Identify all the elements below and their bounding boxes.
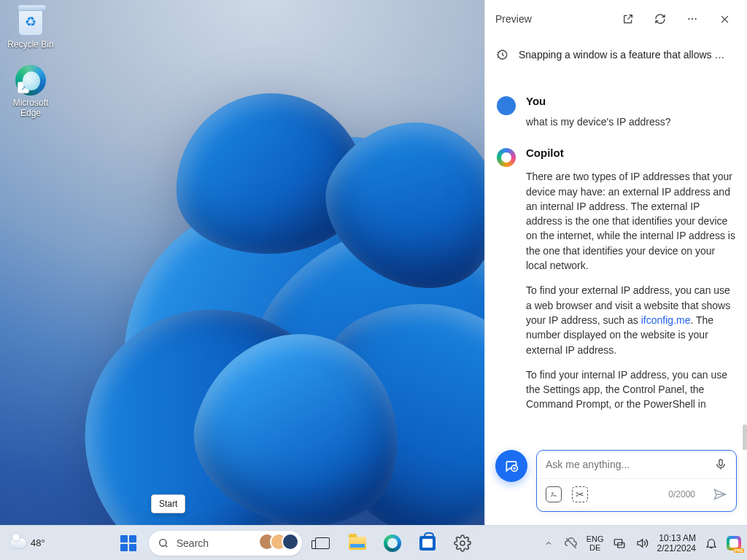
message-copilot: Copilot There are two types of IP addres… (497, 147, 735, 411)
mic-icon[interactable] (714, 458, 727, 471)
copilot-panel: Preview Snapping a window is a feature t… (484, 0, 747, 525)
weather-temp: 48° (31, 537, 45, 548)
edge-label: Microsoft Edge (4, 98, 57, 118)
recycle-bin-icon: ♻ (15, 6, 47, 38)
network-icon[interactable] (612, 537, 627, 550)
svg-point-7 (159, 539, 166, 545)
svg-rect-5 (719, 459, 723, 465)
screenshot-icon[interactable]: ✂ (572, 486, 588, 502)
user-message-text: what is my device's IP address? (526, 114, 735, 129)
taskbar-clock[interactable]: 10:13 AM 2/21/2024 (657, 533, 696, 553)
taskbar-search[interactable]: Search (149, 531, 302, 556)
svg-line-9 (566, 538, 576, 548)
svg-point-8 (460, 541, 465, 545)
new-topic-button[interactable] (495, 450, 527, 482)
recycle-bin-label: Recycle Bin (7, 39, 53, 50)
file-explorer-button[interactable] (343, 529, 372, 558)
copilot-avatar-icon (497, 148, 516, 167)
close-icon[interactable] (712, 7, 737, 31)
volume-icon[interactable] (635, 537, 649, 550)
svg-point-1 (692, 18, 693, 20)
edge-icon (384, 534, 401, 552)
send-icon[interactable] (713, 487, 727, 502)
clock-time: 10:13 AM (659, 533, 696, 543)
desktop-icon-recycle-bin[interactable]: ♻ Recycle Bin (4, 6, 57, 50)
start-button[interactable] (114, 529, 143, 558)
windows-logo-icon (120, 535, 136, 551)
ask-input[interactable] (546, 459, 714, 470)
search-highlight-icon (264, 533, 299, 551)
svg-point-0 (688, 18, 689, 20)
system-tray: ENG DE 10:13 AM 2/21/2024 PRE (541, 533, 741, 553)
copilot-title: Preview (495, 13, 608, 25)
message-user: You what is my device's IP address? (497, 95, 735, 129)
copilot-taskbar-button[interactable]: PRE (727, 536, 741, 551)
taskbar: 48° Search ENG DE (0, 525, 747, 560)
copilot-paragraph-1: There are two types of IP addresses that… (526, 169, 735, 273)
copilot-header: Preview (485, 0, 747, 38)
user-name: You (526, 95, 735, 107)
shortcut-arrow-icon: ↗ (18, 82, 28, 93)
copilot-chat[interactable]: You what is my device's IP address? Copi… (485, 74, 747, 450)
weather-cloud-icon (10, 538, 26, 548)
language-indicator[interactable]: ENG DE (587, 534, 604, 552)
user-avatar-icon (497, 96, 516, 115)
clock-date: 2/21/2024 (657, 543, 696, 553)
search-icon (158, 537, 169, 549)
composer: ✂ 0/2000 (536, 450, 737, 512)
onedrive-icon[interactable] (564, 536, 578, 551)
more-icon[interactable] (680, 7, 705, 31)
edge-icon: ↗ (15, 64, 47, 96)
char-count: 0/2000 (668, 489, 695, 499)
scrollbar-thumb[interactable] (743, 424, 747, 450)
svg-point-2 (695, 18, 697, 20)
file-explorer-icon (349, 537, 366, 550)
gear-icon (454, 534, 471, 552)
svg-point-6 (552, 493, 554, 494)
copilot-pre-badge: PRE (734, 548, 744, 553)
tray-overflow-icon[interactable] (541, 539, 556, 548)
copilot-paragraph-3: To find your internal IP address, you ca… (526, 368, 735, 412)
start-tooltip: Start (151, 494, 185, 513)
svg-rect-10 (614, 539, 622, 545)
task-view-icon (315, 537, 330, 549)
open-external-icon[interactable] (616, 7, 640, 31)
weather-widget[interactable]: 48° (6, 537, 50, 548)
image-attach-icon[interactable] (546, 486, 562, 502)
settings-button[interactable] (448, 529, 477, 558)
ifconfig-link[interactable]: ifconfig.me (641, 314, 691, 326)
history-icon (495, 48, 508, 61)
history-text: Snapping a window is a feature that allo… (519, 49, 725, 61)
notifications-icon[interactable] (704, 537, 719, 550)
store-icon (419, 536, 436, 551)
refresh-icon[interactable] (648, 7, 673, 31)
taskbar-edge-button[interactable] (378, 529, 407, 558)
copilot-name: Copilot (526, 147, 735, 159)
copilot-paragraph-2: To find your external IP address, you ca… (526, 283, 735, 357)
copilot-history-item[interactable]: Snapping a window is a feature that allo… (485, 38, 747, 74)
desktop-icon-edge[interactable]: ↗ Microsoft Edge (4, 64, 57, 118)
task-view-button[interactable] (308, 529, 337, 558)
microsoft-store-button[interactable] (413, 529, 442, 558)
